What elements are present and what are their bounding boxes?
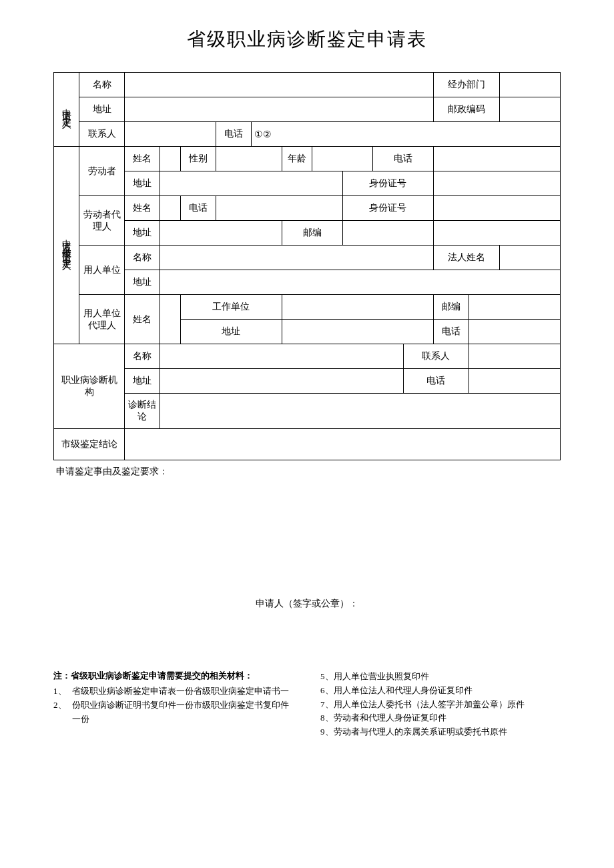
label-inst-name: 名称 <box>125 344 160 369</box>
sub-worker: 劳动者 <box>79 147 124 196</box>
label-worker-phone: 电话 <box>373 147 434 171</box>
field-emp-addr[interactable] <box>160 270 561 295</box>
field-city-concl[interactable] <box>125 429 561 460</box>
field-inst-phone[interactable] <box>469 369 561 394</box>
field-agent-id[interactable] <box>434 196 561 221</box>
label-emp-legal: 法人姓名 <box>434 246 500 270</box>
label-addr: 地址 <box>79 97 124 122</box>
group-parties: 申请及被申请鉴定人 <box>54 147 79 344</box>
field-phone[interactable]: ①② <box>251 122 560 147</box>
label-empagent-unit: 工作单位 <box>180 295 282 320</box>
label-agent-addr: 地址 <box>125 221 160 246</box>
field-empagent-name[interactable] <box>160 295 180 344</box>
notes-left-text: 省级职业病诊断鉴定申请表一份省级职业病鉴定申请书一份职业病诊断证明书复印件一份市… <box>72 685 294 726</box>
field-name[interactable] <box>125 73 434 97</box>
field-contact[interactable] <box>125 122 216 147</box>
label-empagent-phone: 电话 <box>434 320 469 344</box>
notes-right-5: 5、用人单位营业执照复印件 <box>320 670 561 684</box>
sub-agent: 劳动者代理人 <box>79 196 124 246</box>
sub-empagent: 用人单位代理人 <box>79 295 124 344</box>
field-agent-addr[interactable] <box>160 221 282 246</box>
field-empagent-unit[interactable] <box>282 295 434 320</box>
label-worker-name: 姓名 <box>125 147 160 171</box>
label-contact: 联系人 <box>79 122 124 147</box>
notes-section: 注：省级职业病诊断鉴定申请需要提交的相关材料： 1、2、 省级职业病诊断鉴定申请… <box>53 670 561 739</box>
notes-right-7: 7、用人单位法人委托书（法人签字并加盖公章）原件 <box>320 698 561 712</box>
label-empagent-post: 邮编 <box>434 295 469 320</box>
field-addr[interactable] <box>125 97 434 122</box>
field-worker-phone[interactable] <box>434 147 561 171</box>
field-empagent-phone[interactable] <box>469 320 561 344</box>
notes-right-8: 8、劳动者和代理人身份证复印件 <box>320 711 561 725</box>
field-agent-phone[interactable] <box>216 196 342 221</box>
label-name: 名称 <box>79 73 124 97</box>
signature-line: 申请人（签字或公章）： <box>53 598 561 610</box>
label-inst-phone: 电话 <box>403 369 469 394</box>
field-agent-post[interactable] <box>342 221 434 246</box>
label-phone: 电话 <box>216 122 251 147</box>
label-agent-phone: 电话 <box>180 196 216 221</box>
label-city-concl: 市级鉴定结论 <box>54 429 125 460</box>
group-diag-inst: 职业病诊断机构 <box>54 344 125 429</box>
field-empagent-addr[interactable] <box>282 320 434 344</box>
page-title: 省级职业病诊断鉴定申请表 <box>53 27 561 52</box>
notes-right-9: 9、劳动者与代理人的亲属关系证明或委托书原件 <box>320 725 561 739</box>
label-empagent-addr: 地址 <box>180 320 282 344</box>
field-agent-name[interactable] <box>160 196 180 221</box>
field-worker-sex[interactable] <box>216 147 282 171</box>
field-postcode[interactable] <box>499 97 560 122</box>
field-agent-blank[interactable] <box>434 221 561 246</box>
field-inst-contact[interactable] <box>469 344 561 369</box>
field-empagent-post[interactable] <box>469 295 561 320</box>
notes-right-6: 6、用人单位法人和代理人身份证复印件 <box>320 684 561 698</box>
label-worker-sex: 性别 <box>180 147 216 171</box>
group-applicant: 申请鉴定人 <box>54 73 79 147</box>
field-inst-concl[interactable] <box>160 394 561 429</box>
field-worker-addr[interactable] <box>160 171 342 196</box>
field-worker-name[interactable] <box>160 147 180 171</box>
field-inst-name[interactable] <box>160 344 403 369</box>
label-emp-name: 名称 <box>125 246 160 270</box>
field-inst-addr[interactable] <box>160 369 403 394</box>
label-worker-addr: 地址 <box>125 171 160 196</box>
field-emp-name[interactable] <box>160 246 434 270</box>
field-dept[interactable] <box>499 73 560 97</box>
label-emp-addr: 地址 <box>125 270 160 295</box>
label-empagent-name: 姓名 <box>125 295 160 344</box>
notes-title: 注：省级职业病诊断鉴定申请需要提交的相关材料： <box>53 670 294 682</box>
label-worker-id: 身份证号 <box>342 171 434 196</box>
label-reason: 申请鉴定事由及鉴定要求： <box>56 466 561 478</box>
label-worker-age: 年龄 <box>282 147 312 171</box>
label-agent-post: 邮编 <box>282 221 342 246</box>
label-agent-name: 姓名 <box>125 196 160 221</box>
field-worker-age[interactable] <box>312 147 373 171</box>
label-postcode: 邮政编码 <box>434 97 500 122</box>
field-worker-id[interactable] <box>434 171 561 196</box>
label-dept: 经办部门 <box>434 73 500 97</box>
label-inst-addr: 地址 <box>125 369 160 394</box>
application-form-table: 申请鉴定人 名称 经办部门 地址 邮政编码 联系人 电话 ①② 申请及被申请鉴定… <box>53 72 561 460</box>
field-emp-legal[interactable] <box>499 246 560 270</box>
label-inst-concl: 诊断结论 <box>125 394 160 429</box>
sub-employer: 用人单位 <box>79 246 124 295</box>
label-inst-contact: 联系人 <box>403 344 469 369</box>
label-agent-id: 身份证号 <box>342 196 434 221</box>
notes-left-nums: 1、2、 <box>53 685 65 726</box>
